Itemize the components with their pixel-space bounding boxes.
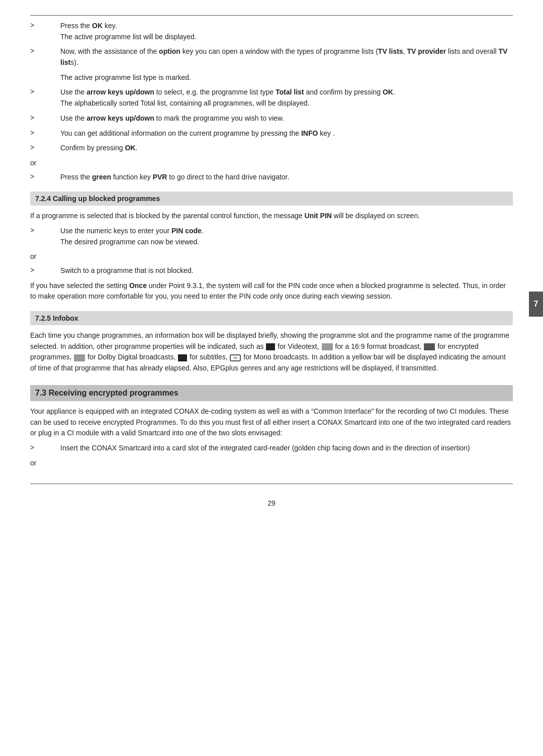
icon-mono: cc	[230, 354, 241, 361]
icon-encrypted	[424, 343, 435, 350]
bold-ok-1: OK	[92, 22, 103, 30]
text-724d: .	[202, 227, 204, 235]
text-3a: Use the	[60, 88, 86, 96]
arrow-724-1: >	[30, 226, 60, 234]
text-724g: If you have selected the setting	[30, 281, 129, 290]
text-col-7: Press the green function key PVR to go d…	[60, 172, 513, 183]
instruction-row-4: > Use the arrow keys up/down to mark the…	[30, 113, 513, 124]
arrow-724-2: >	[30, 265, 60, 274]
page-number: 29	[30, 499, 513, 507]
arrow-6: >	[30, 143, 60, 151]
text-725f: for subtitles,	[188, 353, 229, 361]
bold-option: option	[159, 47, 180, 55]
bold-arrow-keys-2: arrow keys up/down	[86, 114, 154, 122]
text-col-724-1: Use the numeric keys to enter your PIN c…	[60, 226, 513, 247]
text-725e: for Dolby Digital broadcasts,	[85, 353, 177, 361]
arrow-4: >	[30, 113, 60, 122]
text-6a: Confirm by pressing	[60, 144, 125, 152]
icon-dolby	[74, 354, 85, 361]
text-2e: s).	[70, 58, 78, 66]
section-724-body: If a programme is selected that is block…	[30, 211, 513, 222]
text-724c: Use the numeric keys to enter your	[60, 227, 171, 235]
bold-total-list: Total list	[276, 88, 304, 96]
instruction-row-1: > Press the OK key. The active programme…	[30, 21, 513, 42]
text-725c: for a 16:9 format broadcast,	[333, 342, 424, 350]
instruction-row-724-1: > Use the numeric keys to enter your PIN…	[30, 226, 513, 247]
arrow-2: >	[30, 46, 60, 55]
instruction-row-7: > Press the green function key PVR to go…	[30, 172, 513, 183]
page: > Press the OK key. The active programme…	[0, 0, 543, 537]
arrow-73-1: >	[30, 443, 60, 451]
text-7a: Press the	[60, 173, 92, 181]
text-3c: and confirm by pressing	[304, 88, 383, 96]
text-5a: You can get additional information on th…	[60, 129, 301, 137]
text-7b: function key	[111, 173, 153, 181]
text-724a: If a programme is selected that is block…	[30, 212, 305, 220]
text-col-2: Now, with the assistance of the option k…	[60, 46, 513, 68]
side-tab: 7	[529, 292, 543, 317]
text-2sub: The active programme list type is marked…	[60, 73, 191, 81]
text-725b: for Videotext,	[276, 342, 321, 350]
text-col-3: Use the arrow keys up/down to select, e.…	[60, 87, 513, 109]
instruction-row-6: > Confirm by pressing OK.	[30, 143, 513, 154]
text-1a: Press the	[60, 22, 92, 30]
text-3b: to select, e.g. the programme list type	[154, 88, 276, 96]
text-5b: key .	[318, 129, 334, 137]
section-header-725: 7.2.5 Infobox	[30, 311, 513, 325]
text-col-4: Use the arrow keys up/down to mark the p…	[60, 113, 513, 124]
text-4b: to mark the programme you wish to view.	[154, 114, 284, 122]
arrow-3: >	[30, 87, 60, 96]
section-header-73: 7.3 Receiving encrypted programmes	[30, 385, 513, 401]
text-col-724-2: Switch to a programme that is not blocke…	[60, 265, 513, 276]
icon-169	[322, 343, 333, 350]
bold-green: green	[92, 173, 111, 181]
text-2d: lists and overall	[446, 47, 498, 55]
arrow-2sub	[30, 72, 60, 73]
content-block: > Press the OK key. The active programme…	[30, 16, 513, 468]
icon-subtitles	[178, 354, 187, 361]
text-724b: will be displayed on screen.	[332, 212, 420, 220]
text-col-2sub: The active programme list type is marked…	[60, 72, 513, 83]
instruction-row-73-1: > Insert the CONAX Smartcard into a card…	[30, 443, 513, 454]
bold-info: INFO	[301, 129, 318, 137]
text-73b: Insert the CONAX Smartcard into a card s…	[60, 444, 470, 452]
section-724-body2: If you have selected the setting Once un…	[30, 280, 513, 302]
text-col-5: You can get additional information on th…	[60, 128, 513, 139]
text-3e: The alphabetically sorted Total list, co…	[60, 99, 309, 107]
text-col-1: Press the OK key. The active programme l…	[60, 21, 513, 42]
text-2a: Now, with the assistance of the	[60, 47, 159, 55]
instruction-row-2sub: The active programme list type is marked…	[30, 72, 513, 83]
bold-ok-3: OK	[125, 144, 135, 152]
section-header-724: 7.2.4 Calling up blocked programmes	[30, 192, 513, 206]
arrow-5: >	[30, 128, 60, 137]
text-1c: The active programme list will be displa…	[60, 33, 197, 41]
arrow-1: >	[30, 21, 60, 29]
bottom-rule	[30, 484, 513, 484]
or-2: or	[30, 251, 513, 262]
arrow-7: >	[30, 172, 60, 180]
bold-tvlists: TV lists	[378, 47, 403, 55]
or-1: or	[30, 158, 513, 169]
text-3d: .	[393, 88, 395, 96]
text-1b: key.	[103, 22, 117, 30]
instruction-row-5: > You can get additional information on …	[30, 128, 513, 139]
text-col-73-1: Insert the CONAX Smartcard into a card s…	[60, 443, 513, 454]
bold-arrow-keys-1: arrow keys up/down	[86, 88, 154, 96]
text-6b: .	[135, 144, 137, 152]
bold-ok-2: OK	[383, 88, 393, 96]
text-2b: key you can open a window with the types…	[180, 47, 378, 55]
text-724f: Switch to a programme that is not blocke…	[60, 266, 194, 274]
bold-tvprovider: TV provider	[407, 47, 446, 55]
text-col-6: Confirm by pressing OK.	[60, 143, 513, 154]
bold-unit-pin: Unit PIN	[305, 212, 332, 220]
or-3: or	[30, 458, 513, 469]
text-73a: Your appliance is equipped with an integ…	[30, 407, 511, 437]
instruction-row-724-2: > Switch to a programme that is not bloc…	[30, 265, 513, 276]
instruction-row-2: > Now, with the assistance of the option…	[30, 46, 513, 68]
text-4a: Use the	[60, 114, 86, 122]
instruction-row-3: > Use the arrow keys up/down to select, …	[30, 87, 513, 109]
section-725-body: Each time you change programmes, an info…	[30, 330, 513, 374]
section-73-body1: Your appliance is equipped with an integ…	[30, 406, 513, 439]
icon-videotext	[266, 343, 275, 350]
bold-pvr: PVR	[153, 173, 167, 181]
